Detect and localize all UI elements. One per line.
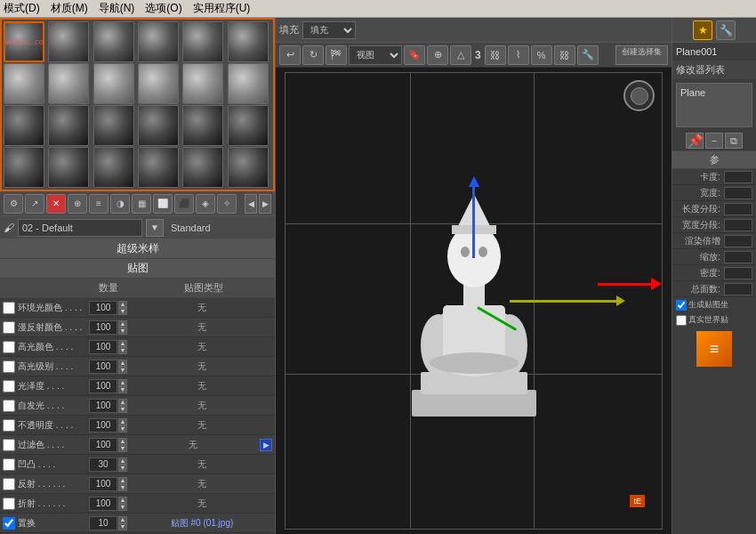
nav-circle[interactable]: [623, 80, 655, 111]
material-ball-12[interactable]: [228, 63, 269, 104]
toolbar-btn-1[interactable]: ⚙: [4, 194, 23, 214]
spinner-up-11[interactable]: ▲: [118, 516, 127, 523]
spinner-down-6[interactable]: ▼: [118, 425, 127, 433]
modifier-item[interactable]: Plane: [680, 87, 748, 98]
param-value-4[interactable]: [724, 235, 752, 247]
right-checkbox-1[interactable]: [676, 315, 687, 326]
spinner-up-4[interactable]: ▲: [118, 379, 127, 386]
spinner-up-7[interactable]: ▲: [118, 438, 127, 445]
material-ball-19[interactable]: [4, 147, 44, 188]
map-checkbox-11[interactable]: [3, 517, 15, 530]
material-ball-23[interactable]: [182, 147, 223, 188]
material-ball-5[interactable]: [182, 21, 223, 62]
material-ball-16[interactable]: [138, 105, 179, 146]
map-count-input-5[interactable]: [89, 399, 117, 413]
map-count-input-9[interactable]: [89, 477, 117, 491]
material-ball-2[interactable]: [48, 21, 89, 62]
map-checkbox-9[interactable]: [3, 478, 15, 490]
material-ball-15[interactable]: [93, 105, 134, 146]
toolbar-btn-10[interactable]: ◈: [196, 194, 215, 214]
spinner-up-0[interactable]: ▲: [118, 301, 127, 308]
material-ball-14[interactable]: [48, 105, 89, 146]
param-value-0[interactable]: [724, 171, 752, 183]
vp-btn-percent[interactable]: %: [531, 45, 552, 65]
map-btn-icon-7[interactable]: ▶: [260, 439, 272, 451]
map-count-input-4[interactable]: [89, 379, 117, 393]
scroll-left[interactable]: ◀: [245, 194, 257, 214]
toolbar-btn-2[interactable]: ↗: [25, 194, 44, 214]
vp-btn-arrow-up[interactable]: △: [450, 45, 471, 65]
material-name-input[interactable]: [18, 219, 142, 237]
map-count-input-7[interactable]: [89, 438, 117, 452]
spinner-down-0[interactable]: ▼: [118, 308, 127, 315]
spinner-up-1[interactable]: ▲: [118, 320, 127, 328]
vp-btn-undo[interactable]: ↩: [279, 45, 301, 65]
map-checkbox-5[interactable]: [3, 400, 15, 412]
mod-btn-minus[interactable]: −: [705, 133, 723, 149]
material-type-dropdown[interactable]: ▼: [146, 219, 164, 237]
map-checkbox-8[interactable]: [3, 458, 15, 471]
right-checkbox-0[interactable]: [676, 300, 687, 311]
map-checkbox-7[interactable]: [3, 439, 15, 451]
spinner-down-4[interactable]: ▼: [118, 386, 127, 393]
vp-btn-chain1[interactable]: ⛓: [485, 45, 506, 65]
map-count-input-10[interactable]: [89, 497, 117, 511]
vp-btn-bookmark[interactable]: 🔖: [404, 45, 425, 65]
material-ball-11[interactable]: [182, 63, 223, 104]
map-count-input-11[interactable]: [89, 516, 117, 530]
param-value-7[interactable]: [724, 283, 752, 295]
vp-btn-plus[interactable]: ⊕: [427, 45, 448, 65]
material-ball-3[interactable]: [93, 21, 134, 62]
map-checkbox-3[interactable]: [3, 360, 15, 373]
spinner-up-2[interactable]: ▲: [118, 340, 127, 347]
toolbar-btn-4[interactable]: ⊕: [68, 194, 87, 214]
orange-box[interactable]: ≡: [696, 331, 732, 367]
spinner-up-5[interactable]: ▲: [118, 399, 127, 406]
vp-btn-refresh[interactable]: ↻: [302, 45, 324, 65]
spinner-down-7[interactable]: ▼: [118, 445, 127, 452]
material-ball-22[interactable]: [138, 147, 179, 188]
toolbar-btn-11[interactable]: ✧: [217, 194, 237, 214]
param-value-5[interactable]: [724, 251, 752, 263]
map-checkbox-1[interactable]: [3, 321, 15, 334]
toolbar-btn-5[interactable]: ≡: [89, 194, 109, 214]
material-ball-18[interactable]: [228, 105, 269, 146]
spinner-down-5[interactable]: ▼: [118, 406, 127, 413]
material-ball-10[interactable]: [138, 63, 179, 104]
spinner-down-2[interactable]: ▼: [118, 347, 127, 354]
toolbar-btn-7[interactable]: ▦: [132, 194, 151, 214]
material-ball-4[interactable]: [138, 21, 179, 62]
spinner-down-10[interactable]: ▼: [118, 504, 127, 511]
menu-mode[interactable]: 模式(D): [4, 1, 40, 16]
material-ball-24[interactable]: [228, 147, 269, 188]
toolbar-btn-delete[interactable]: ✕: [46, 194, 66, 214]
vp-btn-flag[interactable]: 🏁: [326, 45, 347, 65]
spinner-up-3[interactable]: ▲: [118, 360, 127, 367]
vp-btn-chain2[interactable]: ⌇: [508, 45, 529, 65]
map-checkbox-6[interactable]: [3, 419, 15, 432]
material-ball-13[interactable]: [4, 105, 44, 146]
map-checkbox-10[interactable]: [3, 498, 15, 510]
spinner-down-1[interactable]: ▼: [118, 328, 127, 335]
mod-btn-pin[interactable]: 📌: [686, 133, 704, 149]
mod-btn-copy[interactable]: ⧉: [725, 133, 743, 149]
map-checkbox-2[interactable]: [3, 341, 15, 353]
create-set-btn[interactable]: 创建选择集: [615, 45, 668, 65]
material-ball-9[interactable]: [93, 63, 134, 104]
r-icon-star[interactable]: ★: [693, 20, 712, 40]
map-count-input-1[interactable]: [89, 320, 117, 335]
spinner-down-8[interactable]: ▼: [118, 465, 127, 472]
param-value-2[interactable]: [724, 203, 752, 215]
spinner-up-10[interactable]: ▲: [118, 497, 127, 504]
r-icon-modifier[interactable]: 🔧: [716, 20, 736, 40]
toolbar-btn-8[interactable]: ⬜: [153, 194, 173, 214]
toolbar-btn-6[interactable]: ◑: [110, 194, 130, 214]
map-count-input-3[interactable]: [89, 360, 117, 374]
material-ball-1[interactable]: www.dm...com: [4, 21, 44, 62]
menu-options[interactable]: 选项(O): [145, 1, 181, 16]
spinner-up-9[interactable]: ▲: [118, 477, 127, 484]
map-checkbox-0[interactable]: [3, 302, 15, 314]
material-ball-20[interactable]: [48, 147, 89, 188]
map-count-input-0[interactable]: [89, 301, 117, 315]
menu-material[interactable]: 材质(M): [51, 1, 88, 16]
